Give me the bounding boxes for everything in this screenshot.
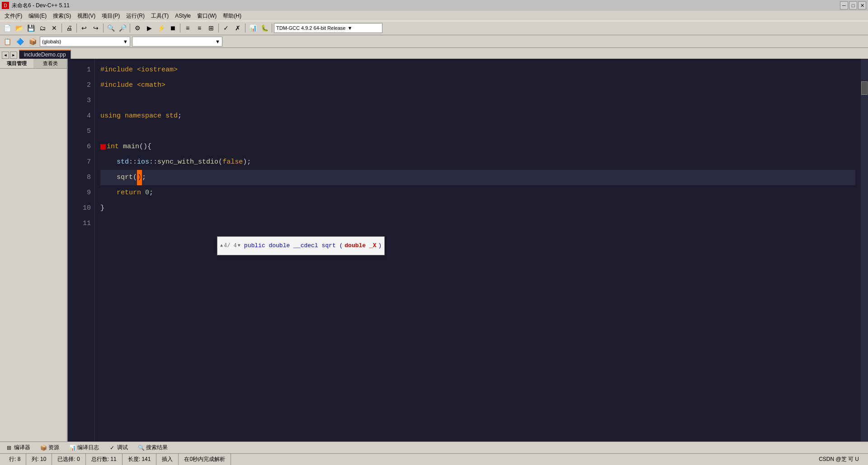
toggle-button[interactable]: ⊞: [206, 23, 217, 33]
ac-count: 4/ 4: [224, 238, 237, 254]
bottom-tab-search[interactable]: 🔍 搜索结果: [134, 442, 172, 453]
std-ns: std: [117, 155, 129, 170]
menu-bar: 文件(F) 编辑(E) 搜索(S) 视图(V) 项目(P) 运行(R) 工具(T…: [0, 11, 868, 21]
maximize-button[interactable]: □: [849, 1, 857, 9]
find-button[interactable]: 🔍: [105, 23, 116, 33]
menu-search[interactable]: 搜索(S): [50, 11, 74, 21]
window-title: 未命名6 - Dev-C++ 5.11: [12, 2, 70, 9]
title-bar: D 未命名6 - Dev-C++ 5.11 ─ □ ✕: [0, 0, 868, 11]
replace-button[interactable]: 🔎: [117, 23, 128, 33]
autocomplete-popup[interactable]: ▲ 4/ 4 ▼ public double __cdecl sqrt (dou…: [217, 236, 385, 255]
return-val: 0: [145, 185, 149, 201]
sep4: [130, 23, 130, 33]
close-file-button[interactable]: ✕: [49, 23, 60, 33]
function-dropdown[interactable]: ▼: [132, 37, 222, 47]
bottom-tabs: ⊞ 编译器 📦 资源 📊 编译日志 ✓ 调试 🔍 搜索结果: [0, 442, 868, 453]
code-editor[interactable]: 1 2 3 4 5 6 7 8 9 10 11 #include <iostre…: [68, 59, 868, 442]
menu-view[interactable]: 视图(V): [75, 11, 98, 21]
debug-button[interactable]: 🐛: [259, 23, 270, 33]
tab-nav-right[interactable]: ►: [10, 52, 17, 59]
print-button[interactable]: 🖨: [64, 23, 75, 33]
include-path-1: <iostream>: [137, 62, 178, 78]
status-total-lines: 总行数: 11: [86, 454, 123, 465]
menu-project[interactable]: 项目(P): [99, 11, 123, 21]
menu-help[interactable]: 帮助(H): [220, 11, 244, 21]
check-button[interactable]: ✓: [221, 23, 231, 33]
sep8: [272, 23, 272, 33]
resources-tab-icon: 📦: [40, 445, 47, 451]
bottom-tab-resources[interactable]: 📦 资源: [36, 442, 63, 453]
globals-dropdown[interactable]: (globals) ▼: [40, 37, 130, 47]
cursor-paren: ): [137, 170, 142, 185]
active-tab-label: includeDemo.cpp: [24, 52, 66, 58]
stop-button[interactable]: ⏹: [167, 23, 178, 33]
code-line-8: sqrt ( ) ;: [100, 170, 855, 185]
menu-file[interactable]: 文件(F): [2, 11, 25, 21]
sep2: [76, 23, 77, 33]
menu-astyle[interactable]: AStyle: [172, 12, 193, 20]
main-toolbar: 📄 📂 💾 🗂 ✕ 🖨 ↩ ↪ 🔍 🔎 ⚙ ▶ ⚡ ⏹ ≡ ≡ ⊞ ✓ ✗ 📊 …: [0, 21, 868, 35]
ac-up-arrow[interactable]: ▲: [220, 238, 223, 254]
save-all-button[interactable]: 🗂: [37, 23, 48, 33]
minimize-button[interactable]: ─: [840, 1, 848, 9]
scrollbar-thumb[interactable]: [861, 81, 868, 95]
sep1: [61, 23, 62, 33]
debug-tab-icon: ✓: [109, 445, 115, 451]
search-tab-icon: 🔍: [138, 445, 144, 451]
code-line-7: std :: ios :: sync_with_stdio ( false );: [100, 155, 855, 170]
menu-edit[interactable]: 编辑(E): [26, 11, 49, 21]
menu-tools[interactable]: 工具(T): [148, 11, 171, 21]
status-col: 列: 10: [26, 454, 52, 465]
code-line-5: [100, 124, 855, 139]
class-btn2[interactable]: 🔷: [14, 36, 25, 47]
sep5: [180, 23, 180, 33]
deindent-button[interactable]: ≡: [194, 23, 205, 33]
vertical-scrollbar[interactable]: [861, 59, 868, 442]
undo-button[interactable]: ↩: [79, 23, 90, 33]
code-content[interactable]: #include <iostream> #include <cmath> usi…: [95, 59, 861, 442]
bottom-tab-compiler[interactable]: ⊞ 编译器: [2, 442, 34, 453]
active-tab[interactable]: includeDemo.cpp: [19, 50, 71, 59]
run-button[interactable]: ▶: [144, 23, 155, 33]
ac-keyword-public: public double __cdecl sqrt (: [244, 238, 343, 254]
class-btn3[interactable]: 📦: [27, 36, 38, 47]
redo-button[interactable]: ↪: [90, 23, 101, 33]
main-area: 项目管理 查看类 1 2 3 4 5 6 7 8 9 10 11 #includ…: [0, 59, 868, 442]
sync-func: sync_with_stdio: [157, 155, 218, 170]
code-line-10: }: [100, 201, 855, 216]
compiler-tab-icon: ⊞: [6, 445, 12, 451]
compiler-select[interactable]: TDM-GCC 4.9.2 64-bit Release ▼: [274, 23, 382, 33]
bottom-tab-log[interactable]: 📊 编译日志: [65, 442, 103, 453]
close-button[interactable]: ✕: [858, 1, 866, 9]
false-kw: false: [222, 155, 243, 170]
status-brand: CSDN @芝 可 U: [813, 454, 864, 465]
new-button[interactable]: 📄: [2, 23, 13, 33]
menu-run[interactable]: 运行(R): [123, 11, 147, 21]
tab-nav-left[interactable]: ◄: [2, 52, 9, 59]
status-total-lines-label: 总行数: 11: [91, 456, 117, 463]
status-brand-label: CSDN @芝 可 U: [819, 456, 859, 463]
status-mode: 插入: [156, 454, 179, 465]
status-selected: 已选择: 0: [52, 454, 85, 465]
status-row-label: 行: 8: [9, 456, 20, 463]
code-line-9: return 0 ;: [100, 185, 855, 201]
include-keyword-1: #include: [100, 62, 133, 78]
sidebar-tab-project[interactable]: 项目管理: [0, 59, 33, 68]
code-line-1: #include <iostream>: [100, 62, 855, 78]
open-button[interactable]: 📂: [14, 23, 24, 33]
class-btn1[interactable]: 📋: [2, 36, 13, 47]
compile-button[interactable]: ⚙: [132, 23, 143, 33]
ac-down-arrow[interactable]: ▼: [238, 238, 241, 254]
cross-button[interactable]: ✗: [232, 23, 243, 33]
chart-button[interactable]: 📊: [247, 23, 258, 33]
indent-button[interactable]: ≡: [182, 23, 193, 33]
compile-run-button[interactable]: ⚡: [156, 23, 166, 33]
bottom-tab-debug[interactable]: ✓ 调试: [105, 442, 132, 453]
int-kw: int: [107, 139, 119, 155]
main-func: main: [123, 139, 139, 155]
save-button[interactable]: 💾: [25, 23, 36, 33]
include-path-2: <cmath>: [137, 78, 165, 93]
sidebar-tab-class[interactable]: 查看类: [33, 59, 67, 68]
menu-window[interactable]: 窗口(W): [194, 11, 219, 21]
ios-cls: ios: [137, 155, 149, 170]
